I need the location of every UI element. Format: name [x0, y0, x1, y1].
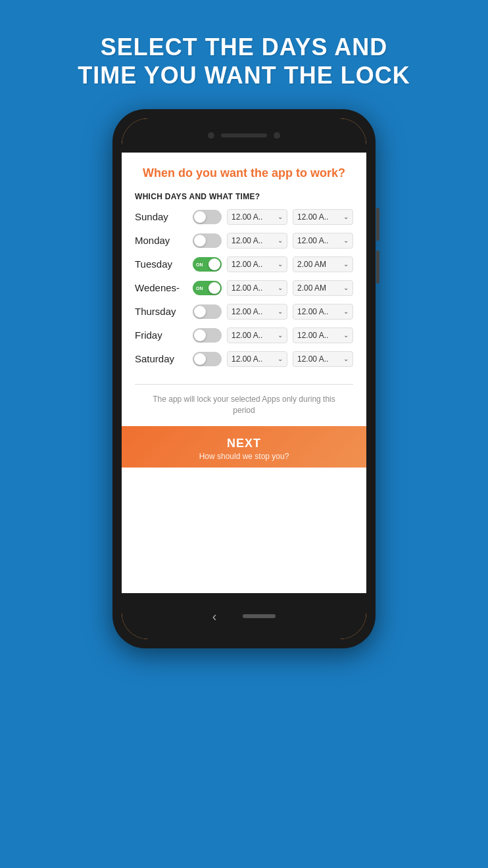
toggle-friday[interactable] [193, 328, 222, 343]
page-title: SELECT THE DAYS AND TIME YOU WANT THE LO… [78, 33, 410, 89]
start-time-select[interactable]: 12.00 A..⌄ [227, 280, 287, 296]
day-name: Sunday [135, 211, 187, 222]
app-screen: When do you want the app to work? WHICH … [122, 153, 366, 593]
end-time-select[interactable]: 12.00 A..⌄ [293, 327, 353, 343]
toggle-tuesday[interactable]: ON [193, 257, 222, 272]
volume-up-button [376, 208, 379, 241]
day-row: Friday12.00 A..⌄12.00 A..⌄ [135, 327, 353, 343]
home-nav-pill[interactable] [243, 614, 276, 618]
volume-down-button [376, 251, 379, 283]
phone-top-bar [122, 118, 366, 153]
days-list: Sunday12.00 A..⌄12.00 A..⌄Monday12.00 A.… [135, 209, 353, 375]
end-time-select[interactable]: 12.00 A..⌄ [293, 233, 353, 249]
day-name: Thursday [135, 306, 187, 317]
start-time-select[interactable]: 12.00 A..⌄ [227, 209, 287, 225]
day-name: Monday [135, 235, 187, 246]
day-row: Thursday12.00 A..⌄12.00 A..⌄ [135, 304, 353, 320]
start-time-select[interactable]: 12.00 A..⌄ [227, 351, 287, 367]
speaker-bar [221, 133, 267, 137]
toggle-monday[interactable] [193, 233, 222, 248]
toggle-thursday[interactable] [193, 304, 222, 319]
phone-mockup: When do you want the app to work? WHICH … [112, 109, 376, 648]
end-time-select[interactable]: 12.00 A..⌄ [293, 351, 353, 367]
day-name: Tuesday [135, 258, 187, 270]
start-time-select[interactable]: 12.00 A..⌄ [227, 327, 287, 343]
camera-dot [208, 132, 214, 139]
day-name: Wedenes- [135, 282, 187, 293]
day-row: Monday12.00 A..⌄12.00 A..⌄ [135, 233, 353, 249]
day-name: Saturday [135, 353, 187, 364]
camera-dot-2 [274, 132, 280, 139]
end-time-select[interactable]: 2.00 AM⌄ [293, 256, 353, 272]
toggle-saturday[interactable] [193, 352, 222, 366]
end-time-select[interactable]: 12.00 A..⌄ [293, 304, 353, 320]
start-time-select[interactable]: 12.00 A..⌄ [227, 233, 287, 249]
end-time-select[interactable]: 2.00 AM⌄ [293, 280, 353, 296]
phone-bottom-bar: ‹ [122, 593, 366, 639]
next-button-label: NEXT [135, 437, 353, 450]
day-row: Sunday12.00 A..⌄12.00 A..⌄ [135, 209, 353, 225]
day-row: Wedenes-ON12.00 A..⌄2.00 AM⌄ [135, 280, 353, 296]
day-name: Friday [135, 329, 187, 341]
info-text: The app will lock your selected Apps onl… [135, 394, 353, 416]
day-row: TuesdayON12.00 A..⌄2.00 AM⌄ [135, 256, 353, 272]
toggle-sunday[interactable] [193, 210, 222, 224]
section-label: WHICH DAYS AND WHAT TIME? [135, 192, 353, 201]
app-main-question: When do you want the app to work? [135, 166, 353, 181]
toggle-wedenes[interactable]: ON [193, 281, 222, 295]
end-time-select[interactable]: 12.00 A..⌄ [293, 209, 353, 225]
next-button-sublabel: How should we stop you? [135, 452, 353, 461]
start-time-select[interactable]: 12.00 A..⌄ [227, 256, 287, 272]
divider [135, 384, 353, 385]
next-button[interactable]: NEXT How should we stop you? [122, 426, 366, 468]
start-time-select[interactable]: 12.00 A..⌄ [227, 304, 287, 320]
day-row: Saturday12.00 A..⌄12.00 A..⌄ [135, 351, 353, 367]
back-nav-icon[interactable]: ‹ [212, 609, 217, 624]
